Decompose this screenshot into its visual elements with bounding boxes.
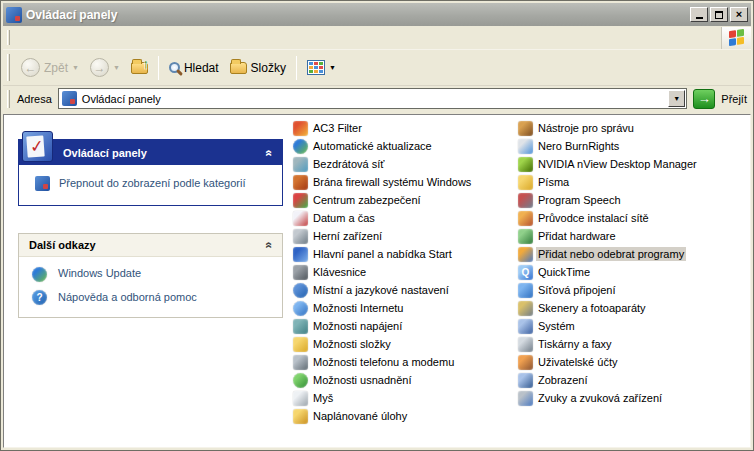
list-item[interactable]: Herní zařízení xyxy=(293,227,517,245)
address-bar: Adresa Ovládací panely ▼ → Přejít xyxy=(3,86,751,112)
menu-item[interactable] xyxy=(69,35,87,41)
list-item[interactable]: Centrum zabezpečení xyxy=(293,191,517,209)
forward-dropdown-icon[interactable]: ▼ xyxy=(113,64,120,71)
address-label: Adresa xyxy=(17,93,52,105)
power-options-icon xyxy=(293,319,308,334)
date-time-icon xyxy=(293,211,308,226)
address-folder-icon xyxy=(62,91,77,106)
nero-burnrights-icon xyxy=(518,139,533,154)
list-item[interactable]: Brána firewall systému Windows xyxy=(293,173,517,191)
list-item[interactable]: Skenery a fotoaparáty xyxy=(518,299,751,317)
admin-tools-icon xyxy=(518,121,533,136)
list-item[interactable]: Možnosti složky xyxy=(293,335,517,353)
list-item[interactable]: Síťová připojení xyxy=(518,281,751,299)
back-button[interactable]: ← Zpět ▼ xyxy=(17,55,83,80)
forward-icon: → xyxy=(90,58,109,77)
list-item[interactable]: Q QuickTime xyxy=(518,263,751,281)
list-item[interactable]: NVIDIA nView Desktop Manager xyxy=(518,155,751,173)
list-item[interactable]: Myš xyxy=(293,389,517,407)
rebar-grip[interactable] xyxy=(7,54,10,81)
sidebar-link[interactable]: ? Nápověda a odborná pomoc xyxy=(32,290,276,305)
up-button[interactable]: ↑ xyxy=(127,59,152,77)
address-combobox[interactable]: Ovládací panely ▼ xyxy=(58,88,687,109)
explorer-window: Ovládací panely × ← Zpět ▼ → ▼ ↑ xyxy=(0,0,754,451)
back-dropdown-icon[interactable]: ▼ xyxy=(72,64,79,71)
list-item[interactable]: Přidat nebo odebrat programy xyxy=(518,245,751,263)
quicktime-icon: Q xyxy=(518,265,533,280)
network-setup-wizard-icon xyxy=(518,211,533,226)
views-icon xyxy=(307,60,325,75)
accessibility-options-icon xyxy=(293,373,308,388)
folders-button[interactable]: Složky xyxy=(226,58,290,78)
window-title: Ovládací panely xyxy=(26,8,686,22)
forward-button[interactable]: → ▼ xyxy=(86,55,124,80)
game-controllers-icon xyxy=(293,229,308,244)
views-dropdown-icon[interactable]: ▼ xyxy=(329,64,336,71)
sounds-audio-icon xyxy=(518,391,533,406)
collapse-chevron-icon[interactable]: « xyxy=(263,242,277,249)
speech-icon xyxy=(518,193,533,208)
list-item[interactable]: Nástroje pro správu xyxy=(518,119,751,137)
panel-header[interactable]: Další odkazy « xyxy=(19,234,282,257)
list-item[interactable]: Bezdrátová síť xyxy=(293,155,517,173)
windows-flag-icon xyxy=(729,29,744,46)
list-item[interactable]: Nero BurnRights xyxy=(518,137,751,155)
list-item[interactable]: Systém xyxy=(518,317,751,335)
list-item[interactable]: Zvuky a zvuková zařízení xyxy=(518,389,751,407)
list-item[interactable]: AC3 Filter xyxy=(293,119,517,137)
list-item[interactable]: Písma xyxy=(518,173,751,191)
collapse-chevron-icon[interactable]: « xyxy=(263,149,277,156)
list-item[interactable]: Automatické aktualizace xyxy=(293,137,517,155)
panel-title: Ovládací panely xyxy=(63,147,147,159)
list-item[interactable]: Možnosti usnadnění xyxy=(293,371,517,389)
menu-item[interactable] xyxy=(105,35,123,41)
list-item[interactable]: Klávesnice xyxy=(293,263,517,281)
list-item[interactable]: Průvodce instalací sítě xyxy=(518,209,751,227)
add-hardware-icon xyxy=(518,229,533,244)
windows-update-icon xyxy=(32,267,47,282)
list-item[interactable]: Místní a jazykové nastavení xyxy=(293,281,517,299)
close-button[interactable]: × xyxy=(730,7,748,22)
sidebar-link[interactable]: Windows Update xyxy=(32,266,276,281)
list-item[interactable]: Hlavní panel a nabídka Start xyxy=(293,245,517,263)
views-button[interactable]: ▼ xyxy=(303,57,340,78)
list-item[interactable]: Možnosti Internetu xyxy=(293,299,517,317)
toolbar-separator xyxy=(296,56,297,80)
minimize-button[interactable] xyxy=(690,7,708,22)
help-icon: ? xyxy=(32,290,47,305)
title-bar[interactable]: Ovládací panely × xyxy=(3,3,751,26)
automatic-updates-icon xyxy=(293,139,308,154)
list-item[interactable]: Datum a čas xyxy=(293,209,517,227)
list-item[interactable]: Možnosti napájení xyxy=(293,317,517,335)
wireless-network-icon xyxy=(293,157,308,172)
panel-header[interactable]: Ovládací panely « xyxy=(19,140,282,165)
rebar-grip[interactable] xyxy=(7,30,10,45)
control-panel-window-icon xyxy=(6,7,22,23)
switch-category-view-link[interactable]: Přepnout do zobrazení podle kategorií xyxy=(59,176,246,191)
ac3-filter-icon xyxy=(293,121,308,136)
list-item[interactable]: Program Speech xyxy=(518,191,751,209)
internet-options-icon xyxy=(293,301,308,316)
list-item[interactable]: Uživatelské účty xyxy=(518,353,751,371)
minimize-icon xyxy=(696,17,703,19)
menu-item[interactable] xyxy=(33,35,51,41)
go-button[interactable]: → xyxy=(693,89,715,109)
address-dropdown-button[interactable]: ▼ xyxy=(668,90,685,107)
list-item[interactable]: Naplánované úlohy xyxy=(293,407,517,425)
list-item[interactable]: Tiskárny a faxy xyxy=(518,335,751,353)
security-center-icon xyxy=(293,193,308,208)
list-item[interactable]: Zobrazení xyxy=(518,371,751,389)
panel-see-also: Další odkazy « Windows Update ? Nápověda… xyxy=(18,233,283,318)
panel-title: Další odkazy xyxy=(29,239,96,251)
menu-item[interactable] xyxy=(15,35,33,41)
rebar-grip[interactable] xyxy=(7,90,10,108)
list-item[interactable]: Možnosti telefonu a modemu xyxy=(293,353,517,371)
go-label: Přejít xyxy=(721,93,747,105)
menu-item[interactable] xyxy=(51,35,69,41)
list-item[interactable]: Přidat hardware xyxy=(518,227,751,245)
regional-language-icon xyxy=(293,283,308,298)
maximize-button[interactable] xyxy=(710,7,728,22)
search-label: Hledat xyxy=(184,61,219,75)
search-button[interactable]: Hledat xyxy=(165,58,223,78)
menu-item[interactable] xyxy=(87,35,105,41)
